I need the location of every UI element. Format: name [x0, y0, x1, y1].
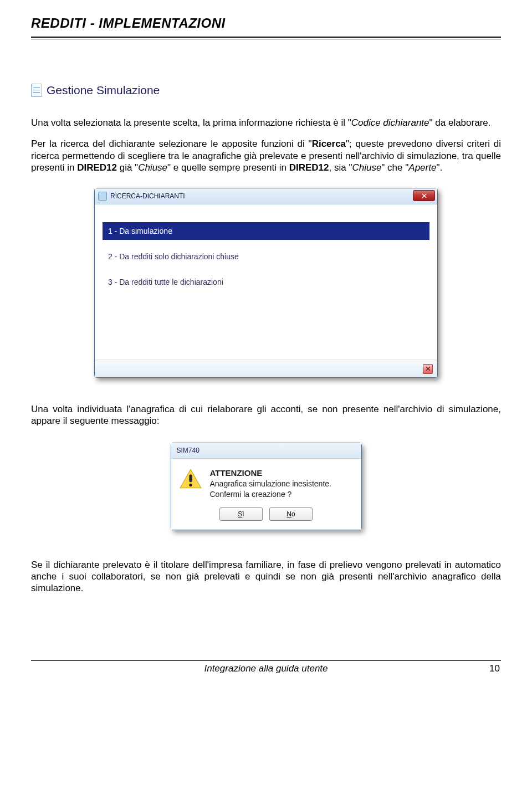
header-rule — [31, 37, 501, 38]
document-icon — [31, 84, 42, 97]
header-rule-thin — [31, 39, 501, 39]
window-title-text: RICERCA-DICHIARANTI — [110, 192, 185, 200]
no-button[interactable]: No — [269, 507, 313, 521]
paragraph-titolare: Se il dichiarante prelevato è il titolar… — [31, 559, 501, 594]
close-icon — [422, 193, 427, 198]
menu-item-redditi-tutte[interactable]: 3 - Da redditi tutte le dichiarazioni — [103, 273, 429, 291]
warning-icon — [179, 468, 202, 491]
close-icon — [426, 366, 431, 371]
page-footer: Integrazione alla guida utente 10 — [31, 663, 501, 674]
paragraph-message: Una volta individuata l'anagrafica di cu… — [31, 403, 501, 427]
paragraph-intro: Una volta selezionata la presente scelta… — [31, 117, 501, 129]
dialog-titlebar: SIM740 — [171, 443, 361, 459]
sim740-dialog: SIM740 ATTENZIONE Anagrafica simulazione… — [171, 443, 362, 530]
menu-item-redditi-chiuse[interactable]: 2 - Da redditi solo dichiarazioni chiuse — [103, 248, 429, 265]
window-footer-close-button[interactable] — [423, 364, 433, 374]
svg-point-1 — [189, 483, 192, 486]
footer-rule — [31, 660, 501, 661]
dialog-line-1: Anagrafica simulazione inesistente. — [210, 479, 331, 489]
page-title: REDDITI - IMPLEMENTAZIONI — [31, 16, 501, 34]
window-footer — [95, 360, 437, 377]
page-number: 10 — [478, 663, 500, 674]
dialog-text: ATTENZIONE Anagrafica simulazione inesis… — [210, 468, 331, 500]
svg-rect-0 — [189, 474, 192, 482]
footer-label: Integrazione alla guida utente — [54, 663, 478, 674]
yes-button[interactable]: Sì — [219, 507, 263, 521]
window-close-button[interactable] — [413, 190, 435, 201]
dialog-heading: ATTENZIONE — [210, 468, 331, 479]
window-app-icon — [98, 192, 107, 201]
ricerca-dichiaranti-window: RICERCA-DICHIARANTI 1 - Da simulazione 2… — [94, 188, 438, 378]
paragraph-ricerca: Per la ricerca del dichiarante seleziona… — [31, 138, 501, 173]
section-heading: Gestione Simulazione — [31, 84, 501, 97]
window-titlebar: RICERCA-DICHIARANTI — [95, 188, 437, 204]
dialog-line-2: Confermi la creazione ? — [210, 489, 331, 500]
menu-item-simulazione[interactable]: 1 - Da simulazione — [103, 222, 429, 240]
section-heading-label: Gestione Simulazione — [47, 84, 160, 97]
